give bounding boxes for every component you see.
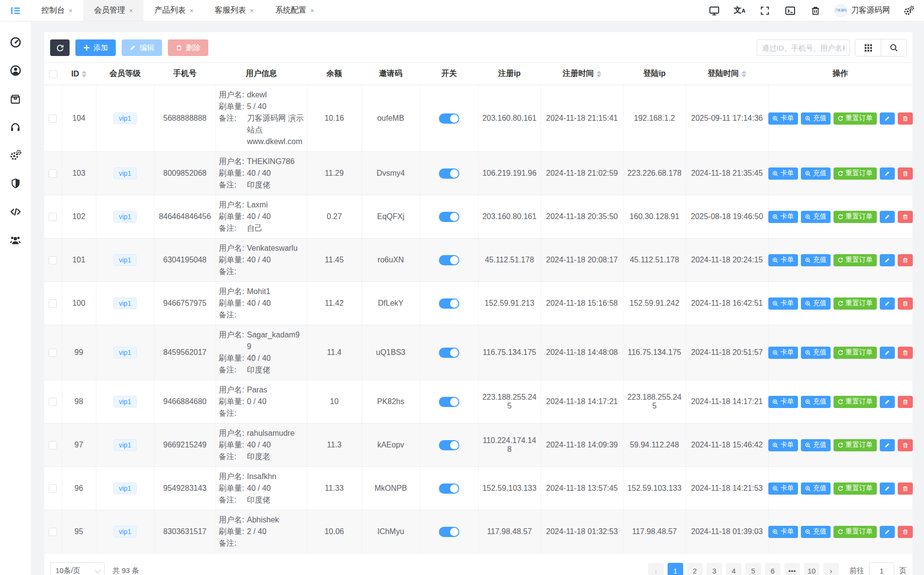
select-all-checkbox[interactable] [49,70,57,78]
reset-order-button[interactable]: 重置订单 [833,167,877,180]
sidebar-item-users[interactable] [6,234,25,246]
page-button-10[interactable]: 10 [804,563,819,575]
add-button[interactable]: 添加 [75,39,116,56]
edit-row-button[interactable] [880,439,895,451]
prev-page-button[interactable]: ‹ [648,563,664,575]
delete-row-button[interactable] [898,112,913,125]
edit-row-button[interactable] [880,297,895,310]
edit-row-button[interactable] [880,526,895,538]
column-header-注册时间[interactable]: 注册时间 [541,63,623,85]
delete-button[interactable]: 删除 [168,39,208,56]
card-order-button[interactable]: 卡单 [768,526,798,538]
reset-order-button[interactable]: 重置订单 [833,297,877,310]
tab-会员管理[interactable]: 会员管理× [83,0,144,21]
recharge-button[interactable]: 充值 [801,167,831,180]
sidebar-item-developer[interactable] [6,205,25,218]
fullscreen-icon[interactable] [759,4,771,17]
delete-row-button[interactable] [898,167,913,180]
delete-row-button[interactable] [898,439,913,451]
delete-row-button[interactable] [898,526,913,538]
recharge-button[interactable]: 充值 [801,526,831,538]
edit-row-button[interactable] [880,167,895,180]
status-toggle[interactable] [439,527,459,537]
delete-row-button[interactable] [898,396,913,408]
search-input[interactable] [757,39,850,56]
page-size-select[interactable]: 10条/页 [50,562,105,575]
recharge-button[interactable]: 充值 [801,439,831,451]
reset-order-button[interactable]: 重置订单 [833,526,877,538]
card-order-button[interactable]: 卡单 [768,167,798,180]
status-toggle[interactable] [439,255,459,265]
card-order-button[interactable]: 卡单 [768,112,798,125]
tab-close-icon[interactable]: × [69,7,72,15]
sort-carets-icon[interactable] [597,71,601,77]
sort-carets-icon[interactable] [82,71,87,77]
tab-客服列表[interactable]: 客服列表× [204,0,265,21]
page-button-3[interactable]: 3 [707,563,722,575]
sidebar-collapse-button[interactable] [0,0,31,21]
delete-row-button[interactable] [898,297,913,310]
settings-gears-icon[interactable] [903,4,915,17]
terminal-icon[interactable] [784,4,797,17]
next-page-button[interactable]: › [823,563,839,575]
status-toggle[interactable] [439,113,459,124]
row-checkbox[interactable] [49,114,57,123]
tab-close-icon[interactable]: × [129,7,133,15]
recharge-button[interactable]: 充值 [801,254,831,266]
recharge-button[interactable]: 充值 [801,482,831,495]
status-toggle[interactable] [439,298,459,309]
row-checkbox[interactable] [49,256,57,264]
sort-carets-icon[interactable] [742,71,746,77]
delete-row-button[interactable] [898,347,913,359]
monitor-icon[interactable] [708,4,721,17]
delete-row-button[interactable] [898,482,913,495]
recharge-button[interactable]: 充值 [801,211,831,223]
reset-order-button[interactable]: 重置订单 [833,112,877,125]
row-checkbox[interactable] [49,528,57,536]
row-checkbox[interactable] [49,349,57,357]
page-button-2[interactable]: 2 [687,563,703,575]
row-checkbox[interactable] [49,398,57,406]
status-toggle[interactable] [439,212,459,222]
more-pages-button[interactable]: ••• [784,563,800,575]
edit-row-button[interactable] [880,347,895,359]
edit-row-button[interactable] [880,112,895,125]
card-order-button[interactable]: 卡单 [768,297,798,310]
card-order-button[interactable]: 卡单 [768,347,798,359]
status-toggle[interactable] [439,483,459,494]
row-checkbox[interactable] [49,441,57,449]
row-checkbox[interactable] [49,169,57,178]
column-header-ID[interactable]: ID [62,63,96,85]
edit-button[interactable]: 编辑 [122,39,162,56]
delete-row-button[interactable] [898,254,913,266]
user-menu[interactable]: 刀客源码 刀客源码网 [834,4,890,17]
delete-row-button[interactable] [898,211,913,223]
sidebar-item-support[interactable] [6,121,25,133]
recharge-button[interactable]: 充值 [801,396,831,408]
page-button-1[interactable]: 1 [668,563,683,575]
sidebar-item-settings[interactable] [6,149,25,162]
card-order-button[interactable]: 卡单 [768,254,798,266]
refresh-button[interactable] [50,39,70,56]
reset-order-button[interactable]: 重置订单 [833,211,877,223]
reset-order-button[interactable]: 重置订单 [833,439,877,451]
reset-order-button[interactable]: 重置订单 [833,254,877,266]
recharge-button[interactable]: 充值 [801,297,831,310]
card-order-button[interactable]: 卡单 [768,396,798,408]
sidebar-item-security[interactable] [6,177,25,190]
status-toggle[interactable] [439,397,459,407]
card-order-button[interactable]: 卡单 [768,211,798,223]
row-checkbox[interactable] [49,299,57,308]
column-header-登陆时间[interactable]: 登陆时间 [686,63,768,85]
card-order-button[interactable]: 卡单 [768,482,798,495]
goto-page-input[interactable] [869,562,894,575]
edit-row-button[interactable] [880,211,895,223]
edit-row-button[interactable] [880,396,895,408]
trash-icon[interactable] [809,4,822,17]
tab-系统配置[interactable]: 系统配置× [265,0,325,21]
recharge-button[interactable]: 充值 [801,112,831,125]
sidebar-item-members[interactable] [6,64,25,77]
reset-order-button[interactable]: 重置订单 [833,482,877,495]
status-toggle[interactable] [439,440,459,450]
card-order-button[interactable]: 卡单 [768,439,798,451]
